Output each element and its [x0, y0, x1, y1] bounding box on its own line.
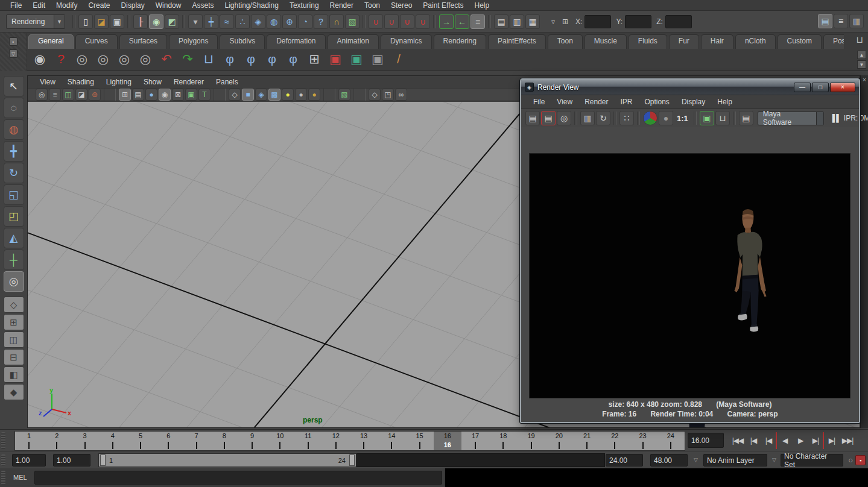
soft-modification-icon[interactable]: ◭ [4, 228, 24, 248]
textured-icon[interactable]: ▩ [268, 89, 280, 101]
camera-aim-up-shelf-icon[interactable]: ◎ [115, 49, 134, 69]
lasso-select-tool-icon[interactable]: ◌ [4, 98, 24, 118]
universal-manipulator-icon[interactable]: ◰ [4, 206, 24, 227]
shelf-tab[interactable]: Muscle [584, 34, 627, 49]
divider[interactable] [353, 89, 366, 101]
joint-chain-shelf-icon-4[interactable]: φ [284, 49, 303, 69]
shelf-tab[interactable]: Poser [823, 34, 844, 49]
snap-to-curve-icon[interactable]: ≈ [220, 14, 234, 29]
step-forward-key-button[interactable]: ▶| [824, 432, 840, 449]
plugin-objects-icon[interactable]: ∞ [395, 89, 407, 101]
menu-item[interactable]: Render [325, 0, 359, 11]
default-lighting-icon[interactable]: ● [282, 89, 294, 101]
ipr-render-icon[interactable]: ▥ [580, 111, 595, 125]
keep-image-icon[interactable]: ▣ [700, 111, 714, 125]
timeline-frame[interactable]: 23 [629, 432, 657, 450]
delete-unused-shelf-icon[interactable]: ⊔ [199, 49, 218, 69]
camera-aim-shelf-icon[interactable]: ◎ [93, 49, 113, 69]
select-tool-icon[interactable]: ↖ [4, 76, 24, 96]
last-tool-icon[interactable]: ◎ [4, 271, 24, 292]
persp-graph-layout-icon[interactable]: ⊟ [4, 349, 24, 365]
refresh-ipr-icon[interactable]: ↻ [596, 111, 610, 125]
safe-action-icon[interactable]: ▣ [185, 89, 197, 101]
select-component-icon[interactable]: ◩ [165, 14, 179, 29]
shelf-tab[interactable]: Dynamics [381, 34, 432, 49]
select-all-shelf-icon[interactable]: ▣ [368, 49, 387, 69]
scale-tool-icon[interactable]: ◱ [4, 184, 24, 205]
chevron-down-icon[interactable]: ▽ [772, 457, 776, 463]
menu-item[interactable]: Texturing [284, 0, 325, 11]
help-line-icon[interactable]: ? [314, 14, 328, 29]
custom-layout-icon[interactable]: ◆ [4, 384, 24, 400]
all-lights-icon[interactable]: ● [308, 89, 320, 101]
timeline-frame[interactable]: 21 [573, 432, 601, 450]
menu-item[interactable]: File [5, 0, 27, 11]
time-slider[interactable]: 1 2 3 4 5 6 [14, 431, 685, 451]
panel-menu-item[interactable]: Shading [62, 77, 100, 87]
joint-chain-shelf-icon-1[interactable]: φ [220, 49, 239, 69]
image-plane-icon[interactable]: ◪ [75, 89, 87, 101]
input-connections-icon[interactable]: → [439, 14, 454, 29]
render-current-frame-icon[interactable]: ▤ [494, 14, 508, 29]
show-manipulator-icon[interactable]: ┼ [4, 250, 24, 270]
highlight-selection-icon[interactable]: ▧ [345, 14, 360, 29]
snap-magnet-plane-icon[interactable]: ∪ [416, 14, 430, 29]
bookmark-icon[interactable]: ◫ [62, 89, 74, 101]
help-shelf-icon[interactable]: ? [51, 49, 71, 69]
snap-to-point-icon[interactable]: ∴ [235, 14, 250, 29]
timeline-frame[interactable]: 17 [461, 432, 489, 450]
shelf-tab[interactable]: Rendering [434, 34, 486, 49]
play-backwards-button[interactable]: ◀ [777, 432, 793, 449]
timeline-frame[interactable]: 6 [154, 432, 182, 450]
menu-item[interactable]: Help [469, 0, 495, 11]
divider[interactable] [733, 112, 736, 125]
menu-set-selector[interactable]: Rendering ▼ [6, 14, 65, 29]
mel-label[interactable]: MEL [13, 474, 27, 481]
tool-settings-toggle-icon[interactable]: ≡ [834, 14, 848, 28]
shelf-tab[interactable]: Curves [75, 34, 118, 49]
single-pane-layout-icon[interactable]: ◇ [4, 297, 24, 313]
menu-item[interactable]: Paint Effects [417, 0, 469, 11]
mel-command-input[interactable] [34, 471, 442, 485]
minimize-button[interactable]: — [794, 83, 811, 92]
shelf-tab[interactable]: PaintEffects [488, 34, 546, 49]
ipr-render-icon[interactable]: ▥ [510, 14, 524, 29]
render-view-menu-item[interactable]: Options [639, 96, 676, 107]
z-input[interactable] [665, 15, 692, 28]
animation-start-input[interactable]: 1.00 [12, 454, 46, 467]
joint-chain-shelf-icon-2[interactable]: φ [241, 49, 261, 69]
divider[interactable] [574, 112, 577, 125]
current-time-input[interactable]: 16.00 [688, 433, 724, 448]
shelf-tab[interactable]: Surfaces [119, 34, 167, 49]
menu-item[interactable]: Toon [359, 0, 385, 11]
panel-close-icon[interactable]: × [861, 77, 868, 83]
range-slider[interactable]: 1 24 [98, 453, 356, 467]
gate-mask-icon[interactable]: ◉ [159, 89, 171, 101]
timeline-frame[interactable]: 12 [322, 432, 350, 450]
undo-shelf-icon[interactable]: ↶ [157, 49, 176, 69]
render-view-titlebar[interactable]: ◈ Render View — □ × [521, 80, 859, 95]
redo-shelf-icon[interactable]: ↷ [178, 49, 197, 69]
shelf-tab[interactable]: Subdivs [220, 34, 265, 49]
divider[interactable] [613, 112, 616, 125]
hypergraph-shelf-icon[interactable]: ⊞ [305, 49, 324, 69]
open-scene-icon[interactable]: ◪ [94, 14, 109, 29]
field-chart-icon[interactable]: ⊠ [172, 89, 184, 101]
grid-toggle-icon[interactable]: ⊞ [119, 89, 131, 101]
shelf-tab[interactable]: Animation [328, 34, 379, 49]
shelf-collapse-icon[interactable]: ▽ [9, 49, 17, 58]
safe-title-icon[interactable]: T [198, 89, 211, 101]
timeline-frame[interactable]: 8 [211, 432, 238, 450]
timeline-frame[interactable]: 5 [127, 432, 154, 450]
maximize-button[interactable]: □ [812, 83, 829, 92]
attribute-editor-toggle-icon[interactable]: ▤ [818, 14, 832, 28]
shelf-tab[interactable]: Toon [548, 34, 583, 49]
shelf-tab[interactable]: Fluids [629, 34, 667, 49]
snap-to-grid-icon[interactable]: ┿ [204, 14, 218, 29]
select-hierarchy-icon[interactable]: ┠ [133, 14, 148, 29]
selection-mask-combo-icon[interactable]: ▾ [188, 14, 203, 29]
close-button[interactable]: × [830, 83, 855, 92]
panel-menu-item[interactable]: Panels [210, 77, 244, 87]
shelf-scroll-down-icon[interactable]: ▼ [857, 60, 866, 69]
menu-item[interactable]: Stereo [385, 0, 417, 11]
